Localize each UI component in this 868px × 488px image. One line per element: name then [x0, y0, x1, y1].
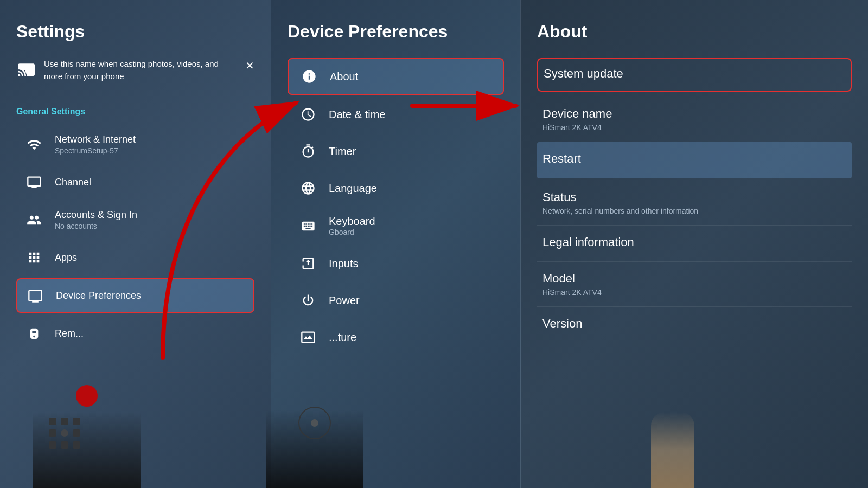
device-preferences-title: Device Preferences — [288, 22, 504, 42]
inputs-icon — [298, 254, 318, 273]
channel-title: Channel — [55, 177, 91, 188]
cast-hint-row: Use this name when casting photos, video… — [16, 58, 254, 93]
timer-icon — [298, 142, 318, 161]
keyboard-content: Keyboard Gboard — [329, 215, 375, 236]
status-title: Status — [542, 190, 846, 204]
pref-item-language[interactable]: Language — [288, 171, 504, 206]
settings-item-apps[interactable]: Apps — [16, 241, 254, 274]
accounts-title: Accounts & Sign In — [55, 209, 137, 221]
network-title: Network & Internet — [55, 134, 136, 145]
device-prefs-title: Device Preferences — [56, 290, 141, 301]
remote-icon — [24, 324, 44, 343]
pref-item-power[interactable]: Power — [288, 283, 504, 318]
device-name-subtitle: HiSmart 2K ATV4 — [542, 123, 846, 132]
pref-item-picture[interactable]: ...ture — [288, 320, 504, 355]
pref-item-datetime[interactable]: Date & time — [288, 97, 504, 132]
about-item-legal[interactable]: Legal information — [537, 226, 852, 262]
keyboard-icon — [298, 216, 318, 236]
pref-datetime-title: Date & time — [329, 108, 385, 121]
pref-keyboard-subtitle: Gboard — [329, 228, 375, 236]
language-icon — [298, 178, 318, 198]
power-icon — [298, 291, 318, 310]
about-item-device-name[interactable]: Device name HiSmart 2K ATV4 — [537, 97, 852, 142]
info-icon — [299, 67, 319, 86]
restart-title: Restart — [542, 152, 846, 166]
tv-icon — [24, 172, 44, 192]
remote-content: Rem... — [55, 328, 84, 339]
pref-keyboard-title: Keyboard — [329, 215, 375, 228]
apps-content: Apps — [55, 252, 77, 264]
about-item-restart[interactable]: Restart — [537, 142, 852, 178]
version-title: Version — [542, 317, 846, 331]
pref-timer-title: Timer — [329, 145, 356, 158]
pref-about-title: About — [330, 70, 358, 83]
settings-item-network[interactable]: Network & Internet SpectrumSetup-57 — [16, 127, 254, 162]
network-subtitle: SpectrumSetup-57 — [55, 146, 136, 155]
pref-item-keyboard[interactable]: Keyboard Gboard — [288, 208, 504, 244]
remote-title: Rem... — [55, 328, 84, 339]
pref-item-inputs[interactable]: Inputs — [288, 246, 504, 281]
settings-item-channel[interactable]: Channel — [16, 166, 254, 198]
wifi-icon — [24, 135, 44, 155]
apps-title: Apps — [55, 252, 77, 264]
model-subtitle: HiSmart 2K ATV4 — [542, 288, 846, 297]
network-content: Network & Internet SpectrumSetup-57 — [55, 134, 136, 155]
cast-hint-text: Use this name when casting photos, video… — [44, 58, 237, 82]
monitor-icon — [25, 286, 45, 305]
pref-power-title: Power — [329, 294, 360, 307]
pref-picture-title: ...ture — [329, 331, 356, 344]
system-update-title: System update — [544, 67, 845, 81]
about-item-version[interactable]: Version — [537, 307, 852, 343]
about-item-system-update[interactable]: System update — [537, 58, 852, 92]
settings-item-device-prefs[interactable]: Device Preferences — [16, 278, 254, 313]
status-subtitle: Network, serial numbers and other inform… — [542, 207, 846, 215]
settings-item-accounts[interactable]: Accounts & Sign In No accounts — [16, 203, 254, 237]
pref-item-about[interactable]: About — [288, 58, 504, 95]
channel-content: Channel — [55, 177, 91, 188]
general-settings-label: General Settings — [16, 107, 254, 117]
close-button[interactable]: ✕ — [245, 59, 254, 72]
accounts-icon — [24, 210, 44, 230]
pref-inputs-title: Inputs — [329, 258, 358, 270]
about-title: About — [537, 22, 852, 42]
about-item-model[interactable]: Model HiSmart 2K ATV4 — [537, 262, 852, 307]
device-name-title: Device name — [542, 107, 846, 121]
clock-icon — [298, 105, 318, 124]
accounts-content: Accounts & Sign In No accounts — [55, 209, 137, 230]
apps-icon — [24, 248, 44, 267]
picture-icon — [298, 328, 318, 347]
device-prefs-content: Device Preferences — [56, 290, 141, 301]
settings-item-remote[interactable]: Rem... — [16, 317, 254, 350]
model-title: Model — [542, 272, 846, 286]
about-panel: About System update Device name HiSmart … — [521, 0, 868, 488]
pref-item-timer[interactable]: Timer — [288, 134, 504, 169]
accounts-subtitle: No accounts — [55, 222, 137, 230]
about-item-status[interactable]: Status Network, serial numbers and other… — [537, 181, 852, 226]
legal-title: Legal information — [542, 235, 846, 249]
cast-icon — [16, 60, 36, 79]
pref-language-title: Language — [329, 182, 377, 195]
settings-title: Settings — [16, 22, 254, 42]
